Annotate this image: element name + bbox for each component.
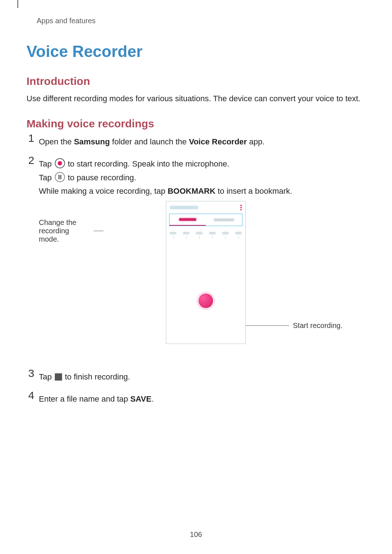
callout-change-mode: Change the recording mode. [39, 218, 103, 243]
section-heading-introduction: Introduction [26, 75, 366, 87]
record-button [199, 294, 213, 308]
bold-text: BOOKMARK [168, 186, 216, 196]
breadcrumb: Apps and features [37, 17, 366, 25]
section-heading-making: Making voice recordings [26, 118, 366, 130]
record-row [166, 286, 245, 315]
text: . [151, 394, 154, 403]
tab-label-placeholder [179, 218, 196, 221]
text: Tap [39, 372, 54, 381]
intro-body: Use different recording modes for variou… [26, 93, 366, 104]
more-options-icon [240, 205, 242, 210]
callout-start-recording: Start recording. [246, 321, 343, 330]
tab-standard [170, 214, 206, 226]
callout-label: Start recording. [293, 321, 343, 330]
mode-tabs [169, 214, 242, 226]
page-number: 106 [0, 530, 392, 539]
page-title: Voice Recorder [26, 42, 366, 61]
crop-mark [17, 0, 18, 8]
text: Enter a file name and tap [39, 394, 130, 403]
pause-icon [55, 172, 65, 182]
callout-label: Change the recording mode. [39, 218, 90, 243]
text: Tap [39, 159, 54, 168]
leader-line [246, 325, 289, 326]
waveform-area [166, 243, 245, 286]
text: While making a voice recording, tap [39, 186, 168, 196]
app-title-placeholder [170, 206, 198, 209]
record-icon [55, 158, 65, 168]
text: to start recording. Speak into the micro… [66, 159, 229, 168]
bold-text: Samsung [74, 137, 110, 146]
tab-speech-to-text [206, 214, 242, 226]
step-1: Open the Samsung folder and launch the V… [26, 135, 366, 148]
document-page: Apps and features Voice Recorder Introdu… [0, 0, 392, 406]
tab-label-placeholder [214, 218, 234, 221]
bold-text: SAVE [130, 394, 151, 403]
figure-voice-recorder-screenshot: Change the recording mode. [39, 201, 366, 357]
text: to pause recording. [66, 173, 136, 182]
text: folder and launch the [110, 137, 189, 146]
timeline-ticks [169, 232, 242, 243]
text: app. [247, 137, 265, 146]
text: to finish recording. [63, 372, 130, 381]
text: to insert a bookmark. [216, 186, 293, 196]
leader-line [94, 231, 103, 231]
text: Open the [39, 137, 74, 146]
step-list: Open the Samsung folder and launch the V… [26, 135, 366, 406]
step-3: Tap to finish recording. [26, 370, 366, 383]
stop-icon [55, 373, 62, 381]
app-header [166, 201, 245, 214]
bold-text: Voice Recorder [189, 137, 247, 146]
step-2: Tap to start recording. Speak into the m… [26, 157, 366, 357]
phone-frame [166, 201, 246, 344]
text: Tap [39, 173, 54, 182]
step-4: Enter a file name and tap SAVE. [26, 392, 366, 406]
